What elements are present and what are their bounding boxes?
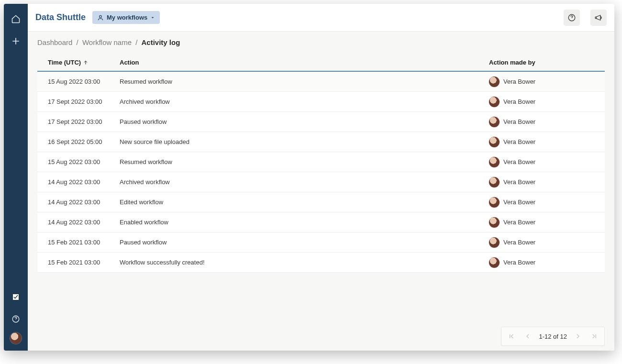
svg-point-1 (100, 15, 102, 18)
cell-user: Vera Bower (489, 237, 594, 248)
table-row[interactable]: 17 Sept 2022 03:00Archived workflowVera … (37, 92, 605, 112)
cell-time: 14 Aug 2022 03:00 (48, 199, 120, 206)
cell-action: New source file uploaded (120, 138, 489, 145)
page-last-button[interactable] (589, 331, 600, 342)
announcements-button[interactable] (590, 10, 607, 26)
user-name: Vera Bower (503, 158, 535, 165)
chevron-first-icon (508, 332, 515, 340)
table-row[interactable]: 15 Feb 2021 03:00Workflow successfully c… (37, 253, 605, 273)
cell-action: Resumed workflow (120, 158, 489, 165)
user-name: Vera Bower (503, 219, 535, 226)
cell-action: Workflow successfully created! (120, 259, 489, 266)
add-button[interactable] (7, 33, 24, 50)
sort-asc-icon (83, 60, 89, 66)
cell-user: Vera Bower (489, 157, 594, 167)
home-icon (11, 14, 21, 24)
chevron-last-icon (590, 332, 598, 340)
user-avatar (489, 217, 500, 228)
main-area: Data Shuttle My workflows Dashboard / Wo… (28, 4, 614, 351)
cell-action: Resumed workflow (120, 78, 489, 85)
breadcrumb-workflow-name[interactable]: Workflow name (82, 38, 132, 46)
user-name: Vera Bower (503, 118, 535, 125)
cell-action: Paused workflow (120, 118, 489, 125)
user-avatar-rail[interactable] (10, 332, 22, 344)
cell-user: Vera Bower (489, 177, 594, 188)
cell-user: Vera Bower (489, 77, 594, 87)
table-row[interactable]: 15 Aug 2022 03:00Resumed workflowVera Bo… (37, 152, 605, 172)
smartsheet-button[interactable] (7, 288, 24, 306)
table-row[interactable]: 16 Sept 2022 05:00New source file upload… (37, 132, 605, 152)
cell-time: 15 Feb 2021 03:00 (48, 259, 120, 266)
table-row[interactable]: 14 Aug 2022 03:00Edited workflowVera Bow… (37, 192, 605, 212)
col-header-by[interactable]: Action made by (489, 59, 594, 66)
col-header-time[interactable]: Time (UTC) (48, 59, 120, 66)
user-name: Vera Bower (503, 259, 535, 266)
activity-table: Time (UTC) Action Action made by 15 Aug … (37, 54, 605, 273)
user-avatar (489, 197, 500, 208)
cell-time: 14 Aug 2022 03:00 (48, 219, 120, 226)
cell-user: Vera Bower (489, 217, 594, 228)
user-name: Vera Bower (503, 178, 535, 186)
user-name: Vera Bower (503, 98, 535, 105)
user-avatar (489, 157, 500, 167)
topbar: Data Shuttle My workflows (28, 4, 614, 32)
home-button[interactable] (7, 11, 24, 28)
user-name: Vera Bower (503, 138, 535, 145)
user-avatar (489, 77, 500, 87)
table-row[interactable]: 15 Feb 2021 03:00Paused workflowVera Bow… (37, 232, 605, 253)
plus-icon (11, 36, 21, 46)
cell-user: Vera Bower (489, 137, 594, 147)
help-circle-icon (567, 13, 576, 22)
cell-action: Enabled workflow (120, 219, 489, 226)
help-icon (11, 315, 20, 323)
user-name: Vera Bower (503, 78, 535, 85)
cell-time: 15 Aug 2022 03:00 (48, 78, 120, 85)
user-avatar (489, 257, 500, 268)
cell-action: Edited workflow (120, 199, 489, 206)
page-first-button[interactable] (506, 331, 517, 342)
cell-time: 15 Feb 2021 03:00 (48, 239, 120, 246)
breadcrumb-current: Activity log (142, 38, 180, 46)
table-row[interactable]: 17 Sept 2022 03:00Paused workflowVera Bo… (37, 112, 605, 132)
check-sheet-icon (12, 293, 20, 301)
table-row[interactable]: 15 Aug 2022 03:00Resumed workflowVera Bo… (37, 72, 605, 92)
table-row[interactable]: 14 Aug 2022 03:00Enabled workflowVera Bo… (37, 212, 605, 232)
table-row[interactable]: 14 Aug 2022 03:00Archived workflowVera B… (37, 172, 605, 192)
megaphone-icon (594, 13, 603, 22)
cell-time: 16 Sept 2022 05:00 (48, 138, 120, 145)
help-button[interactable] (564, 10, 580, 26)
cell-time: 17 Sept 2022 03:00 (48, 98, 120, 105)
breadcrumb: Dashboard / Workflow name / Activity log (28, 32, 614, 54)
user-avatar (489, 137, 500, 147)
cell-user: Vera Bower (489, 117, 594, 127)
chevron-left-icon (524, 332, 532, 340)
chevron-right-icon (574, 332, 582, 340)
cell-action: Archived workflow (120, 98, 489, 105)
pagination-label: 1-12 of 12 (539, 333, 567, 340)
table-body: 15 Aug 2022 03:00Resumed workflowVera Bo… (37, 72, 605, 273)
cell-time: 15 Aug 2022 03:00 (48, 158, 120, 165)
user-name: Vera Bower (503, 199, 535, 206)
user-name: Vera Bower (503, 239, 535, 246)
page-prev-button[interactable] (522, 331, 533, 342)
col-header-time-label: Time (UTC) (48, 59, 81, 66)
user-avatar (489, 237, 500, 248)
app-title: Data Shuttle (35, 12, 86, 22)
help-rail-button[interactable] (7, 310, 24, 328)
app-frame: Data Shuttle My workflows Dashboard / Wo… (4, 4, 614, 351)
cell-action: Archived workflow (120, 178, 489, 186)
my-workflows-label: My workflows (107, 14, 147, 21)
cell-user: Vera Bower (489, 257, 594, 268)
cell-time: 14 Aug 2022 03:00 (48, 178, 120, 186)
user-avatar (489, 117, 500, 127)
col-header-action[interactable]: Action (120, 59, 489, 66)
cell-action: Paused workflow (120, 239, 489, 246)
user-icon (97, 14, 104, 21)
my-workflows-chip[interactable]: My workflows (92, 11, 160, 24)
caret-down-icon (150, 15, 155, 20)
user-avatar (489, 97, 500, 107)
page-next-button[interactable] (573, 331, 583, 342)
cell-user: Vera Bower (489, 197, 594, 208)
nav-rail (4, 4, 28, 351)
breadcrumb-dashboard[interactable]: Dashboard (37, 38, 72, 46)
